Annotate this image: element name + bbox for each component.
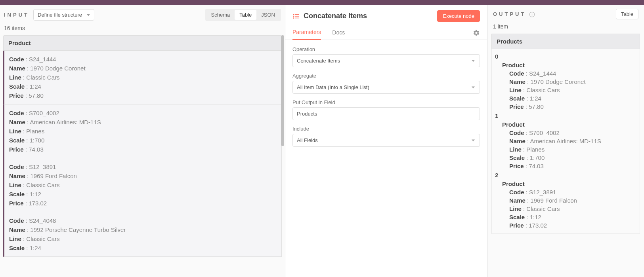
output-product-label: Product — [493, 61, 636, 69]
output-property-row: Name : 1969 Ford Falcon — [493, 196, 636, 205]
svg-point-4 — [293, 17, 294, 19]
output-property-row: Name : American Airlines: MD-11S — [493, 137, 636, 145]
input-view-toggle: Schema Table JSON — [205, 9, 281, 21]
output-property-row: Scale : 1:700 — [493, 154, 636, 162]
output-product-label: Product — [493, 179, 636, 188]
input-column-header: Product — [3, 35, 282, 51]
property-row: Line : Planes — [9, 127, 277, 136]
property-row: Name : American Airlines: MD-11S — [9, 118, 277, 127]
scrollbar[interactable] — [281, 35, 284, 146]
property-row: Name : 1992 Porsche Cayenne Turbo Silver — [9, 225, 277, 234]
output-items-count: 1 item — [487, 22, 644, 34]
property-row: Line : Classic Cars — [9, 180, 277, 190]
output-property-row: Name : 1970 Dodge Coronet — [493, 78, 636, 86]
property-row: Name : 1970 Dodge Coronet — [9, 64, 277, 73]
property-row: Code : S700_4002 — [9, 108, 277, 118]
output-title: OUTPUT — [493, 11, 526, 17]
node-title: Concatenate Items — [304, 12, 433, 20]
output-property-row: Line : Planes — [493, 145, 636, 154]
svg-rect-3 — [295, 16, 299, 17]
label-include: Include — [292, 126, 480, 132]
input-item-card[interactable]: Code : S12_3891Name : 1969 Ford FalconLi… — [3, 158, 282, 212]
output-panel: OUTPUT Table 1 item Products 0ProductCod… — [487, 5, 644, 277]
property-row: Line : Classic Cars — [9, 73, 277, 82]
input-items-count: 16 items — [0, 23, 285, 35]
output-product-label: Product — [493, 120, 636, 129]
output-property-row: Line : Classic Cars — [493, 86, 636, 94]
output-property-row: Price : 57.80 — [493, 102, 636, 111]
svg-point-0 — [293, 14, 294, 15]
property-row: Price : 74.03 — [9, 145, 277, 154]
output-property-row: Price : 173.02 — [493, 221, 636, 230]
property-row: Code : S24_4048 — [9, 216, 277, 225]
property-row: Scale : 1:24 — [9, 243, 277, 252]
label-output-field: Put Output in Field — [292, 99, 480, 105]
select-include[interactable]: All Fields — [292, 134, 480, 147]
input-view-schema[interactable]: Schema — [206, 10, 235, 20]
input-title: INPUT — [4, 12, 29, 18]
select-operation[interactable]: Concatenate Items — [292, 54, 480, 67]
output-table: Products 0ProductCode : S24_1444Name : 1… — [487, 34, 644, 277]
input-panel: INPUT Define file structure Schema Table… — [0, 5, 285, 277]
property-row: Code : S24_1444 — [9, 55, 277, 64]
output-property-row: Scale : 1:12 — [493, 213, 636, 221]
output-index: 2 — [493, 170, 636, 179]
tab-parameters[interactable]: Parameters — [292, 26, 321, 40]
tab-docs[interactable]: Docs — [332, 26, 345, 40]
input-view-table[interactable]: Table — [235, 10, 256, 20]
node-config-panel: Concatenate Items Execute node Parameter… — [285, 5, 487, 277]
property-row: Scale : 1:12 — [9, 190, 277, 199]
input-source-dropdown[interactable]: Define file structure — [33, 9, 94, 21]
output-property-row: Scale : 1:24 — [493, 94, 636, 102]
output-column-header: Products — [491, 34, 640, 49]
input-item-card[interactable]: Code : S700_4002Name : American Airlines… — [3, 104, 282, 158]
output-property-row: Code : S24_1444 — [493, 69, 636, 78]
svg-point-2 — [293, 16, 294, 17]
svg-rect-8 — [532, 13, 532, 13]
list-icon — [292, 12, 300, 20]
output-index: 0 — [493, 51, 636, 61]
output-index: 1 — [493, 111, 636, 120]
property-row: Line : Classic Cars — [9, 234, 277, 243]
input-output-field[interactable]: Products — [292, 107, 480, 120]
property-row: Price : 173.02 — [9, 199, 277, 208]
label-operation: Operation — [292, 46, 480, 52]
svg-rect-5 — [295, 18, 299, 19]
output-view-table[interactable]: Table — [616, 9, 638, 19]
info-icon[interactable] — [529, 11, 535, 17]
property-row: Price : 57.80 — [9, 91, 277, 100]
input-item-card[interactable]: Code : S24_1444Name : 1970 Dodge Coronet… — [3, 51, 282, 104]
property-row: Scale : 1:24 — [9, 82, 277, 91]
execute-button[interactable]: Execute node — [437, 10, 480, 22]
output-property-row: Code : S12_3891 — [493, 188, 636, 196]
property-row: Code : S12_3891 — [9, 162, 277, 171]
output-property-row: Code : S700_4002 — [493, 129, 636, 137]
svg-rect-1 — [295, 14, 299, 15]
select-aggregate[interactable]: All Item Data (Into a Single List) — [292, 81, 480, 94]
label-aggregate: Aggregate — [292, 73, 480, 79]
output-property-row: Line : Classic Cars — [493, 205, 636, 213]
output-property-row: Price : 74.03 — [493, 162, 636, 170]
property-row: Name : 1969 Ford Falcon — [9, 171, 277, 180]
gear-icon[interactable] — [473, 26, 480, 40]
svg-rect-7 — [532, 14, 532, 15]
property-row: Scale : 1:700 — [9, 136, 277, 145]
input-table: Product Code : S24_1444Name : 1970 Dodge… — [0, 35, 285, 277]
input-item-card[interactable]: Code : S24_4048Name : 1992 Porsche Cayen… — [3, 212, 282, 257]
input-view-json[interactable]: JSON — [256, 10, 280, 20]
